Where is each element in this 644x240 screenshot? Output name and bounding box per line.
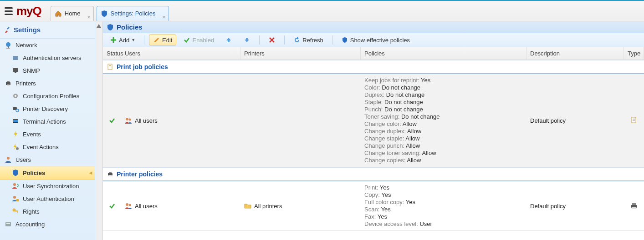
policy-kv: Punch: Do not change — [364, 106, 523, 113]
svg-point-41 — [129, 204, 131, 206]
sidebar-item-label: Printer Discovery — [23, 105, 68, 112]
sidebar-item-label: Terminal Actions — [23, 118, 66, 125]
sidebar-item-accounting[interactable]: Accounting — [0, 218, 95, 230]
svg-rect-8 — [7, 81, 10, 82]
sidebar-title-text: Settings — [14, 26, 41, 34]
menu-icon[interactable] — [5, 7, 13, 15]
policy-kv: Duplex: Do not change — [364, 91, 523, 99]
show-effective-button[interactable]: Show effective policies — [337, 35, 414, 45]
sidebar-item-label: Network — [15, 42, 37, 49]
svg-point-16 — [16, 147, 19, 150]
sidebar-item-rights[interactable]: Rights — [0, 205, 95, 218]
printer-icon — [107, 170, 114, 178]
toolbar: Add ▼ Edit Enabled — [103, 33, 644, 47]
section-printer[interactable]: Printer policies — [103, 167, 644, 181]
shield-icon — [341, 36, 348, 44]
sidebar-scroll[interactable] — [95, 21, 103, 240]
svg-point-40 — [126, 203, 128, 206]
policy-kv: Keep jobs for reprint: Yes — [364, 77, 523, 84]
edit-label: Edit — [162, 37, 172, 44]
sidebar-item-auth-servers[interactable]: Authentication servers — [0, 51, 95, 64]
sidebar-nav: Network Authentication servers SNMP Prin… — [0, 39, 95, 240]
refresh-button[interactable]: Refresh — [289, 35, 327, 45]
search-printer-icon — [12, 105, 19, 112]
svg-rect-15 — [13, 120, 18, 122]
sidebar-item-label: Event Actions — [23, 144, 59, 150]
move-up-button[interactable] — [221, 35, 236, 45]
accounting-icon — [5, 220, 12, 228]
section-print-job-label: Print job policies — [117, 63, 168, 70]
sidebar-item-label: Printers — [15, 80, 36, 87]
enabled-label: Enabled — [192, 37, 214, 44]
svg-rect-20 — [16, 199, 19, 201]
sidebar-item-label: User Synchronization — [23, 183, 79, 190]
bolt-gear-icon — [12, 143, 19, 150]
globe-icon — [5, 41, 12, 49]
svg-rect-2 — [6, 48, 10, 49]
policy-kv: Change duplex: Allow — [364, 128, 523, 135]
sidebar-item-label: Policies — [23, 170, 45, 176]
sidebar-item-events[interactable]: Events — [0, 128, 95, 140]
col-description[interactable]: Description — [526, 47, 624, 60]
sidebar-item-network[interactable]: Network — [0, 39, 95, 51]
col-policies[interactable]: Policies — [361, 47, 526, 60]
svg-rect-43 — [632, 203, 636, 205]
sidebar-item-policies[interactable]: Policies — [0, 166, 95, 180]
svg-rect-25 — [6, 223, 10, 224]
enabled-button[interactable]: Enabled — [179, 35, 218, 45]
col-users[interactable]: Users — [121, 47, 240, 60]
col-type[interactable]: Type — [624, 47, 644, 60]
policy-row-print-job[interactable]: All users Keep jobs for reprint: YesColo… — [103, 74, 644, 167]
arrow-down-icon — [243, 36, 250, 44]
svg-rect-29 — [109, 65, 111, 66]
tab-settings-policies[interactable]: Settings: Policies × — [97, 6, 169, 21]
document-icon — [630, 117, 638, 124]
sidebar-item-snmp[interactable]: SNMP — [0, 64, 95, 77]
toolbar-separator — [332, 35, 332, 45]
sidebar-title: Settings — [0, 21, 95, 39]
sidebar-item-event-actions[interactable]: Event Actions — [0, 140, 95, 153]
dropdown-caret-icon: ▼ — [131, 38, 135, 42]
add-button[interactable]: Add ▼ — [106, 35, 139, 45]
svg-rect-24 — [5, 222, 11, 226]
settings-sidebar: Settings Network Authentication servers … — [0, 21, 95, 240]
sidebar-item-label: Users — [15, 156, 31, 163]
close-icon[interactable]: × — [162, 10, 165, 25]
svg-point-32 — [129, 119, 131, 121]
description-cell: Default policy — [526, 115, 624, 127]
delete-button[interactable] — [264, 35, 280, 45]
sidebar-item-printer-discovery[interactable]: Printer Discovery — [0, 102, 95, 115]
printers-cell: All printers — [240, 200, 361, 212]
grid-header: Status Users Printers Policies Descripti… — [103, 47, 644, 60]
server-icon — [12, 54, 19, 61]
policy-kv: Change punch: Allow — [364, 142, 523, 150]
sidebar-item-user-auth[interactable]: User Authentication — [0, 192, 95, 205]
app-body: Settings Network Authentication servers … — [0, 21, 644, 240]
edit-button[interactable]: Edit — [149, 35, 176, 45]
panel-title: Policies — [103, 21, 644, 33]
svg-point-17 — [7, 157, 10, 160]
sidebar-item-terminal-actions[interactable]: Terminal Actions — [0, 115, 95, 128]
close-icon[interactable]: × — [87, 10, 90, 25]
tab-home[interactable]: Home × — [51, 6, 94, 21]
key-icon — [12, 208, 19, 215]
svg-rect-28 — [108, 64, 112, 70]
sidebar-item-users[interactable]: Users — [0, 153, 95, 166]
folder-icon — [244, 202, 251, 210]
col-status[interactable]: Status — [103, 47, 121, 60]
printers-cell — [240, 118, 361, 123]
gear-icon — [12, 92, 19, 100]
col-printers[interactable]: Printers — [240, 47, 361, 60]
type-cell — [624, 200, 644, 212]
move-down-button[interactable] — [239, 35, 255, 45]
sidebar-item-config-profiles[interactable]: Configuration Profiles — [0, 90, 95, 102]
policy-kv: Change color: Allow — [364, 120, 523, 128]
sidebar-item-printers[interactable]: Printers — [0, 77, 95, 90]
users-icon — [125, 117, 132, 124]
policy-row-printer[interactable]: All users All printers Print: YesCopy: Y… — [103, 181, 644, 231]
sidebar-item-user-sync[interactable]: User Synchronization — [0, 180, 95, 192]
app-window: myQ Home × Settings: Policies × Settings — [0, 0, 644, 240]
section-print-job[interactable]: Print job policies — [103, 60, 644, 74]
plus-icon — [110, 36, 117, 44]
policy-kv: Staple: Do not change — [364, 99, 523, 106]
